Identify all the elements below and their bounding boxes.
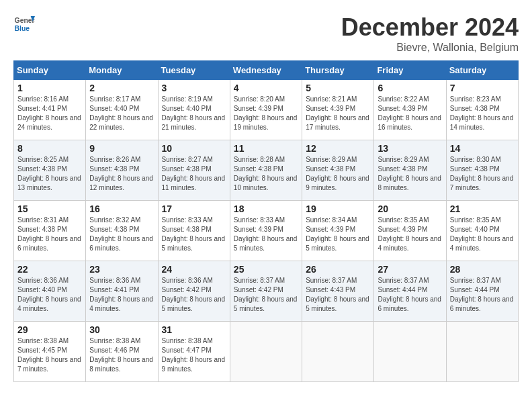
day-number: 21 [450,203,515,214]
calendar-day-cell: 25 Sunrise: 8:37 AMSunset: 4:42 PMDaylig… [230,261,302,322]
weekday-header-friday: Friday [374,61,446,80]
day-number: 11 [234,143,298,154]
calendar-day-cell: 28 Sunrise: 8:37 AMSunset: 4:44 PMDaylig… [446,261,518,322]
day-number: 17 [162,203,226,214]
day-info: Sunrise: 8:36 AMSunset: 4:40 PMDaylight:… [17,277,81,312]
day-info: Sunrise: 8:37 AMSunset: 4:42 PMDaylight:… [234,277,298,312]
day-number: 12 [306,143,370,154]
weekday-header-saturday: Saturday [446,61,518,80]
day-number: 13 [378,143,442,154]
day-number: 29 [17,324,82,335]
day-number: 26 [306,264,370,275]
day-info: Sunrise: 8:27 AMSunset: 4:38 PMDaylight:… [162,156,226,191]
day-info: Sunrise: 8:35 AMSunset: 4:40 PMDaylight:… [450,216,514,252]
day-info: Sunrise: 8:28 AMSunset: 4:38 PMDaylight:… [234,156,298,191]
calendar-day-cell: 22 Sunrise: 8:36 AMSunset: 4:40 PMDaylig… [14,261,86,322]
day-info: Sunrise: 8:19 AMSunset: 4:40 PMDaylight:… [162,95,226,131]
day-number: 6 [378,83,442,93]
day-info: Sunrise: 8:16 AMSunset: 4:41 PMDaylight:… [17,95,81,131]
svg-text:Blue: Blue [15,25,30,32]
calendar-day-cell: 11 Sunrise: 8:28 AMSunset: 4:38 PMDaylig… [230,140,302,201]
day-number: 9 [89,143,154,154]
weekday-header-wednesday: Wednesday [230,61,302,80]
day-info: Sunrise: 8:22 AMSunset: 4:39 PMDaylight:… [378,95,441,131]
day-info: Sunrise: 8:38 AMSunset: 4:45 PMDaylight:… [17,337,81,373]
day-number: 15 [17,203,82,214]
calendar-day-cell: 4 Sunrise: 8:20 AMSunset: 4:39 PMDayligh… [230,80,302,140]
calendar-week-row: 1 Sunrise: 8:16 AMSunset: 4:41 PMDayligh… [14,80,519,140]
calendar-day-cell: 2 Sunrise: 8:17 AMSunset: 4:40 PMDayligh… [86,80,158,140]
calendar-day-cell: 12 Sunrise: 8:29 AMSunset: 4:38 PMDaylig… [302,140,374,201]
weekday-header-sunday: Sunday [14,61,86,80]
day-info: Sunrise: 8:37 AMSunset: 4:44 PMDaylight:… [378,277,441,312]
calendar-day-cell: 27 Sunrise: 8:37 AMSunset: 4:44 PMDaylig… [374,261,446,322]
empty-cell [302,322,374,382]
calendar-day-cell: 24 Sunrise: 8:36 AMSunset: 4:42 PMDaylig… [158,261,230,322]
day-info: Sunrise: 8:23 AMSunset: 4:38 PMDaylight:… [450,95,514,131]
calendar-day-cell: 15 Sunrise: 8:31 AMSunset: 4:38 PMDaylig… [14,201,86,261]
logo: General Blue [13,13,35,35]
calendar-day-cell: 17 Sunrise: 8:33 AMSunset: 4:38 PMDaylig… [158,201,230,261]
empty-cell [374,322,446,382]
calendar-day-cell: 14 Sunrise: 8:30 AMSunset: 4:38 PMDaylig… [446,140,518,201]
day-info: Sunrise: 8:29 AMSunset: 4:38 PMDaylight:… [306,156,369,191]
calendar-day-cell: 9 Sunrise: 8:26 AMSunset: 4:38 PMDayligh… [86,140,158,201]
calendar-table: SundayMondayTuesdayWednesdayThursdayFrid… [13,60,519,382]
day-info: Sunrise: 8:33 AMSunset: 4:39 PMDaylight:… [234,216,298,252]
subtitle: Bievre, Wallonia, Belgium [341,42,519,54]
day-info: Sunrise: 8:33 AMSunset: 4:38 PMDaylight:… [162,216,226,252]
calendar-day-cell: 6 Sunrise: 8:22 AMSunset: 4:39 PMDayligh… [374,80,446,140]
day-info: Sunrise: 8:38 AMSunset: 4:46 PMDaylight:… [89,337,153,373]
month-title: December 2024 [341,13,519,42]
day-number: 7 [450,83,515,93]
day-number: 1 [17,83,82,93]
calendar-header-row: SundayMondayTuesdayWednesdayThursdayFrid… [14,61,519,80]
day-info: Sunrise: 8:36 AMSunset: 4:41 PMDaylight:… [89,277,153,312]
day-info: Sunrise: 8:31 AMSunset: 4:38 PMDaylight:… [17,216,81,252]
calendar-week-row: 22 Sunrise: 8:36 AMSunset: 4:40 PMDaylig… [14,261,519,322]
calendar-day-cell: 23 Sunrise: 8:36 AMSunset: 4:41 PMDaylig… [86,261,158,322]
calendar-day-cell: 26 Sunrise: 8:37 AMSunset: 4:43 PMDaylig… [302,261,374,322]
day-number: 30 [89,324,154,335]
calendar-day-cell: 7 Sunrise: 8:23 AMSunset: 4:38 PMDayligh… [446,80,518,140]
logo-icon: General Blue [13,13,35,35]
day-number: 4 [234,83,298,93]
day-number: 5 [306,83,370,93]
day-info: Sunrise: 8:25 AMSunset: 4:38 PMDaylight:… [17,156,81,191]
day-number: 8 [17,143,82,154]
calendar-week-row: 29 Sunrise: 8:38 AMSunset: 4:45 PMDaylig… [14,322,519,382]
calendar-day-cell: 3 Sunrise: 8:19 AMSunset: 4:40 PMDayligh… [158,80,230,140]
day-number: 22 [17,264,82,275]
day-number: 10 [162,143,226,154]
calendar-day-cell: 16 Sunrise: 8:32 AMSunset: 4:38 PMDaylig… [86,201,158,261]
day-number: 14 [450,143,515,154]
day-info: Sunrise: 8:37 AMSunset: 4:44 PMDaylight:… [450,277,514,312]
day-info: Sunrise: 8:36 AMSunset: 4:42 PMDaylight:… [162,277,226,312]
calendar-day-cell: 19 Sunrise: 8:34 AMSunset: 4:39 PMDaylig… [302,201,374,261]
day-info: Sunrise: 8:37 AMSunset: 4:43 PMDaylight:… [306,277,369,312]
calendar-day-cell: 18 Sunrise: 8:33 AMSunset: 4:39 PMDaylig… [230,201,302,261]
day-number: 25 [234,264,298,275]
page-header: General Blue December 2024 Bievre, Wallo… [13,13,519,54]
day-number: 24 [162,264,226,275]
title-block: December 2024 Bievre, Wallonia, Belgium [341,13,519,54]
day-number: 28 [450,264,515,275]
day-info: Sunrise: 8:17 AMSunset: 4:40 PMDaylight:… [89,95,153,131]
empty-cell [230,322,302,382]
calendar-day-cell: 10 Sunrise: 8:27 AMSunset: 4:38 PMDaylig… [158,140,230,201]
weekday-header-monday: Monday [86,61,158,80]
day-number: 20 [378,203,442,214]
calendar-day-cell: 1 Sunrise: 8:16 AMSunset: 4:41 PMDayligh… [14,80,86,140]
day-info: Sunrise: 8:29 AMSunset: 4:38 PMDaylight:… [378,156,441,191]
day-number: 23 [89,264,154,275]
day-info: Sunrise: 8:20 AMSunset: 4:39 PMDaylight:… [234,95,298,131]
calendar-day-cell: 5 Sunrise: 8:21 AMSunset: 4:39 PMDayligh… [302,80,374,140]
day-number: 18 [234,203,298,214]
day-info: Sunrise: 8:35 AMSunset: 4:39 PMDaylight:… [378,216,441,252]
calendar-week-row: 15 Sunrise: 8:31 AMSunset: 4:38 PMDaylig… [14,201,519,261]
day-number: 31 [162,324,226,335]
calendar-day-cell: 31 Sunrise: 8:38 AMSunset: 4:47 PMDaylig… [158,322,230,382]
weekday-header-thursday: Thursday [302,61,374,80]
calendar-week-row: 8 Sunrise: 8:25 AMSunset: 4:38 PMDayligh… [14,140,519,201]
day-number: 27 [378,264,442,275]
